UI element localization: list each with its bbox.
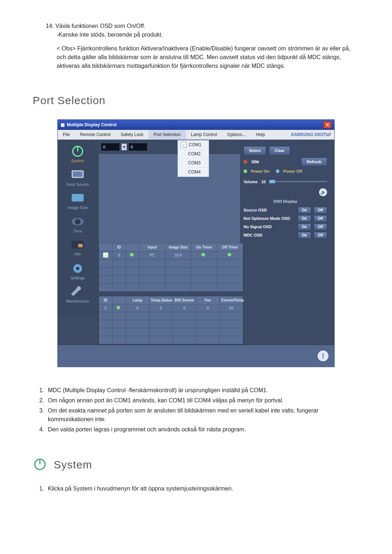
osd-display-title: OSD Display [244,198,327,205]
nosignal-osd-off[interactable]: Off [314,223,327,230]
osd-row-source: Source OSDOnOff [244,207,327,214]
port-com3[interactable]: COM3 [178,159,209,168]
blue-dot-icon [276,169,279,173]
id-to-input[interactable] [129,143,147,151]
source-osd-on[interactable]: On [298,207,311,214]
list-item: Om någon annan port än COM1 används, kan… [46,395,359,406]
system-list: Klicka på System i huvudmenyn för att öp… [33,484,359,494]
table-row[interactable] [99,259,243,267]
image-size-icon [71,193,84,203]
osd-row-notopt: Not Optimum Mode OSDOnOff [244,215,327,222]
svg-rect-4 [72,194,84,201]
table-row[interactable] [99,328,243,336]
table-row[interactable] [99,312,243,320]
volume-slider[interactable] [269,181,327,182]
system-icon [33,457,47,472]
table-row[interactable] [99,320,243,328]
svg-point-10 [76,267,79,270]
app-title: Multiple Display Control [67,122,321,128]
power-off-button[interactable]: Power Off [276,168,302,175]
mdc-osd-off[interactable]: Off [314,232,327,239]
titlebar-icon: ▦ [61,122,65,128]
check-icon: ✓ [181,142,187,148]
mdc-app-window: ▦ Multiple Display Control ✕ File Remote… [57,119,335,367]
osd-row-nosignal: No Signal OSDOnOff [244,223,327,230]
power-icon [71,146,84,156]
green-dot-icon [117,306,120,309]
volume-label: Volume [244,179,258,185]
select-button[interactable]: Select [244,146,266,155]
port-com2[interactable]: COM2 [178,149,209,159]
clear-button[interactable]: Clear [269,146,290,155]
checkbox-icon[interactable]: ✓ [103,253,108,258]
footer-bar: ! [58,345,334,367]
osd-row-mdc: MDC OSDOnOff [244,232,327,239]
close-icon[interactable]: ✕ [323,121,331,128]
power-on-button[interactable]: Power On [244,168,269,175]
table-row[interactable] [99,336,243,344]
alert-icon[interactable]: ! [318,350,328,361]
refresh-button[interactable]: Refresh [301,157,327,167]
speaker-icon[interactable]: 🔊 [319,188,327,196]
menu-file[interactable]: File [58,130,75,139]
port-popup: ✓COM1 COM2 COM3 COM4 [177,140,209,177]
item14-sub: -Kanske inte stöds, beroende på produkt. [57,30,163,39]
source-icon [71,170,84,180]
menu-safety-lock[interactable]: Safety Lock [115,130,148,139]
list-item: Den valda porten lagras i programmet och… [46,424,359,435]
svg-rect-3 [73,172,83,177]
sidebar-item-time[interactable]: Time [58,217,97,234]
svg-point-6 [75,219,81,224]
sidebar-item-system[interactable]: System [58,146,97,164]
notopt-osd-on[interactable]: On [298,215,311,222]
table-row[interactable]: ✓ 0 PC 16:9 [99,251,243,259]
menu-lamp-control[interactable]: Lamp Control [186,130,222,139]
heading-system: System [54,456,92,473]
green-dot-icon [228,253,231,257]
mdc-osd-on[interactable]: On [298,232,311,239]
pip-icon [71,240,84,250]
notopt-osd-off[interactable]: Off [314,215,327,222]
list-item: MDC (Multiple Display Control -flerskärm… [46,385,359,395]
port-com4[interactable]: COM4 [178,168,209,177]
item14-main: Växla funktionen OSD som On/Off. [56,23,146,29]
gear-icon [71,263,84,274]
table-row[interactable] [99,275,243,283]
menubar: File Remote Control Safety Lock Port Sel… [58,130,334,140]
sidebar-item-pip[interactable]: PIP [58,240,97,258]
sidebar-item-settings[interactable]: Settings [58,263,97,281]
note-label: < Obs> [57,45,75,52]
note-text: Fjärrkontrollens funktion Aktivera/Inakt… [57,45,350,69]
right-panel: Select Clear Idle Refresh Power On [240,141,331,243]
nosignal-osd-on[interactable]: On [298,223,311,230]
status-table-2: ID Lamp Temp.Status B/R Sensor Fan Curre… [98,296,244,345]
green-dot-icon [130,253,134,257]
sidebar-item-input-source[interactable]: Input Source [58,170,97,188]
time-icon [71,217,84,227]
chevron-down-icon[interactable]: ▾ [122,144,127,150]
port-com1[interactable]: ✓COM1 [178,140,209,149]
green-dot-icon [201,253,205,257]
id-from-input[interactable] [101,143,119,151]
volume-value: 10 [261,179,266,185]
wrench-icon [71,287,84,297]
status-label: Idle [252,159,259,165]
menu-remote-control[interactable]: Remote Control [75,130,115,139]
id-control: ▾ [98,140,240,152]
brand-label: SAMSUNG DIGITall [287,130,334,139]
menu-options[interactable]: Options... [222,130,251,139]
table-row[interactable] [99,283,243,291]
menu-port-selection[interactable]: Port Selection [148,130,186,139]
status-dot-icon [244,160,247,164]
item14-number: 14. [46,23,54,29]
port-selection-list: MDC (Multiple Display Control -flerskärm… [33,385,359,435]
sidebar-item-maintenance[interactable]: Maintenance [58,287,97,304]
table-row[interactable]: 0 0 0 0 0 83 [99,304,243,312]
green-dot-icon [244,169,247,173]
svg-rect-8 [78,244,83,247]
source-osd-off[interactable]: Off [314,207,327,214]
sidebar: System Input Source Image Size Time PIP [58,140,98,317]
sidebar-item-image-size[interactable]: Image Size [58,193,97,211]
table-row[interactable] [99,267,243,275]
menu-help[interactable]: Help [251,130,270,139]
